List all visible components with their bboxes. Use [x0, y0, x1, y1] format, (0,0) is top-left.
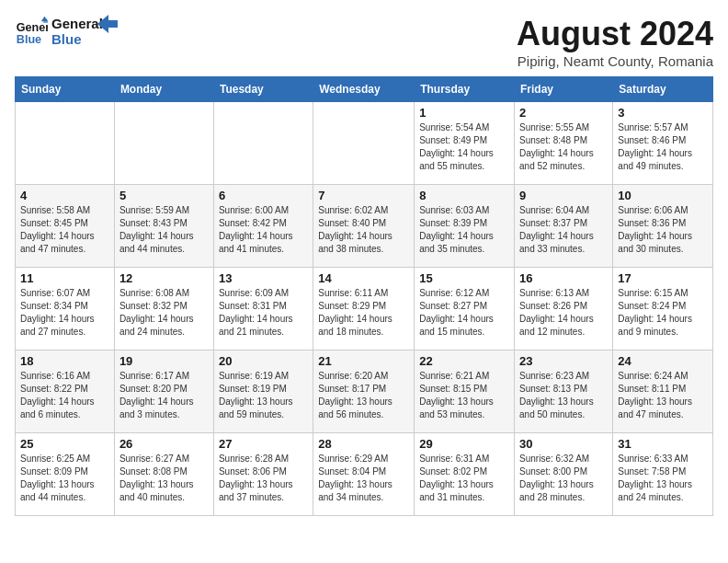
logo: General Blue General Blue — [15, 15, 118, 48]
day-number: 7 — [318, 189, 409, 202]
day-cell: 14Sunrise: 6:11 AM Sunset: 8:29 PM Dayli… — [313, 268, 415, 350]
day-header-monday: Monday — [114, 77, 213, 102]
day-detail: Sunrise: 6:33 AM Sunset: 7:58 PM Dayligh… — [618, 453, 708, 504]
svg-marker-4 — [97, 15, 118, 33]
day-number: 2 — [519, 106, 608, 120]
day-cell: 16Sunrise: 6:13 AM Sunset: 8:26 PM Dayli… — [515, 268, 613, 350]
day-number: 8 — [419, 189, 509, 202]
day-detail: Sunrise: 6:00 AM Sunset: 8:42 PM Dayligh… — [219, 204, 308, 256]
day-detail: Sunrise: 6:12 AM Sunset: 8:27 PM Dayligh… — [419, 287, 509, 339]
day-detail: Sunrise: 6:23 AM Sunset: 8:13 PM Dayligh… — [519, 370, 608, 421]
day-cell: 26Sunrise: 6:27 AM Sunset: 8:08 PM Dayli… — [114, 433, 213, 516]
day-number: 11 — [20, 271, 109, 285]
day-number: 9 — [519, 189, 608, 202]
day-detail: Sunrise: 6:19 AM Sunset: 8:19 PM Dayligh… — [219, 370, 308, 421]
day-number: 19 — [119, 354, 209, 368]
day-detail: Sunrise: 6:03 AM Sunset: 8:39 PM Dayligh… — [419, 204, 509, 256]
day-header-sunday: Sunday — [16, 77, 115, 102]
day-number: 29 — [419, 437, 509, 451]
month-title: August 2024 — [517, 15, 713, 53]
day-cell — [114, 102, 213, 185]
day-detail: Sunrise: 6:17 AM Sunset: 8:20 PM Dayligh… — [119, 370, 209, 421]
day-number: 12 — [119, 271, 209, 285]
day-detail: Sunrise: 6:32 AM Sunset: 8:00 PM Dayligh… — [519, 453, 608, 504]
day-cell: 6Sunrise: 6:00 AM Sunset: 8:42 PM Daylig… — [213, 185, 313, 268]
day-number: 24 — [618, 354, 708, 368]
day-number: 6 — [219, 189, 308, 202]
day-number: 26 — [119, 437, 209, 451]
day-number: 31 — [618, 437, 708, 451]
title-block: August 2024 Pipirig, Neamt County, Roman… — [517, 15, 713, 69]
day-number: 28 — [318, 437, 409, 451]
day-cell — [213, 102, 313, 185]
week-row-3: 11Sunrise: 6:07 AM Sunset: 8:34 PM Dayli… — [16, 268, 713, 350]
day-cell: 15Sunrise: 6:12 AM Sunset: 8:27 PM Dayli… — [415, 268, 515, 350]
day-number: 13 — [219, 271, 308, 285]
day-detail: Sunrise: 6:16 AM Sunset: 8:22 PM Dayligh… — [20, 370, 109, 421]
day-cell: 8Sunrise: 6:03 AM Sunset: 8:39 PM Daylig… — [415, 185, 515, 268]
day-number: 27 — [219, 437, 308, 451]
day-number: 22 — [419, 354, 509, 368]
day-cell: 19Sunrise: 6:17 AM Sunset: 8:20 PM Dayli… — [114, 350, 213, 433]
day-cell: 17Sunrise: 6:15 AM Sunset: 8:24 PM Dayli… — [613, 268, 713, 350]
day-detail: Sunrise: 6:21 AM Sunset: 8:15 PM Dayligh… — [419, 370, 509, 421]
day-cell: 9Sunrise: 6:04 AM Sunset: 8:37 PM Daylig… — [515, 185, 613, 268]
svg-text:Blue: Blue — [17, 33, 41, 46]
day-cell: 23Sunrise: 6:23 AM Sunset: 8:13 PM Dayli… — [515, 350, 613, 433]
location-subtitle: Pipirig, Neamt County, Romania — [517, 53, 713, 69]
logo-general: General — [51, 16, 103, 31]
day-cell: 12Sunrise: 6:08 AM Sunset: 8:32 PM Dayli… — [114, 268, 213, 350]
day-detail: Sunrise: 6:07 AM Sunset: 8:34 PM Dayligh… — [20, 287, 109, 339]
day-detail: Sunrise: 6:11 AM Sunset: 8:29 PM Dayligh… — [318, 287, 409, 339]
day-header-wednesday: Wednesday — [313, 77, 415, 102]
calendar-table: SundayMondayTuesdayWednesdayThursdayFrid… — [15, 76, 713, 516]
day-cell: 25Sunrise: 6:25 AM Sunset: 8:09 PM Dayli… — [16, 433, 115, 516]
day-number: 4 — [20, 189, 109, 202]
day-number: 21 — [318, 354, 409, 368]
day-cell: 13Sunrise: 6:09 AM Sunset: 8:31 PM Dayli… — [213, 268, 313, 350]
week-row-2: 4Sunrise: 5:58 AM Sunset: 8:45 PM Daylig… — [16, 185, 713, 268]
day-cell: 24Sunrise: 6:24 AM Sunset: 8:11 PM Dayli… — [613, 350, 713, 433]
day-number: 16 — [519, 271, 608, 285]
logo-blue: Blue — [51, 31, 103, 47]
day-detail: Sunrise: 6:02 AM Sunset: 8:40 PM Dayligh… — [318, 204, 409, 256]
day-cell: 4Sunrise: 5:58 AM Sunset: 8:45 PM Daylig… — [16, 185, 115, 268]
day-detail: Sunrise: 6:08 AM Sunset: 8:32 PM Dayligh… — [119, 287, 209, 339]
day-detail: Sunrise: 5:55 AM Sunset: 8:48 PM Dayligh… — [519, 121, 608, 173]
day-number: 30 — [519, 437, 608, 451]
day-cell: 22Sunrise: 6:21 AM Sunset: 8:15 PM Dayli… — [415, 350, 515, 433]
day-detail: Sunrise: 6:13 AM Sunset: 8:26 PM Dayligh… — [519, 287, 608, 339]
day-cell: 1Sunrise: 5:54 AM Sunset: 8:49 PM Daylig… — [415, 102, 515, 185]
day-detail: Sunrise: 6:25 AM Sunset: 8:09 PM Dayligh… — [20, 453, 109, 504]
day-cell: 20Sunrise: 6:19 AM Sunset: 8:19 PM Dayli… — [213, 350, 313, 433]
day-number: 15 — [419, 271, 509, 285]
week-row-4: 18Sunrise: 6:16 AM Sunset: 8:22 PM Dayli… — [16, 350, 713, 433]
week-row-1: 1Sunrise: 5:54 AM Sunset: 8:49 PM Daylig… — [16, 102, 713, 185]
day-header-friday: Friday — [515, 77, 613, 102]
day-detail: Sunrise: 6:29 AM Sunset: 8:04 PM Dayligh… — [318, 453, 409, 504]
day-cell: 28Sunrise: 6:29 AM Sunset: 8:04 PM Dayli… — [313, 433, 415, 516]
logo-arrow-icon — [97, 15, 118, 35]
day-header-saturday: Saturday — [613, 77, 713, 102]
day-number: 10 — [618, 189, 708, 202]
day-cell — [16, 102, 115, 185]
days-header-row: SundayMondayTuesdayWednesdayThursdayFrid… — [16, 77, 713, 102]
day-header-tuesday: Tuesday — [213, 77, 313, 102]
day-number: 20 — [219, 354, 308, 368]
day-cell: 29Sunrise: 6:31 AM Sunset: 8:02 PM Dayli… — [415, 433, 515, 516]
day-number: 5 — [119, 189, 209, 202]
week-row-5: 25Sunrise: 6:25 AM Sunset: 8:09 PM Dayli… — [16, 433, 713, 516]
day-number: 1 — [419, 106, 509, 120]
day-detail: Sunrise: 5:59 AM Sunset: 8:43 PM Dayligh… — [119, 204, 209, 256]
day-cell: 11Sunrise: 6:07 AM Sunset: 8:34 PM Dayli… — [16, 268, 115, 350]
day-detail: Sunrise: 6:20 AM Sunset: 8:17 PM Dayligh… — [318, 370, 409, 421]
page-header: General Blue General Blue August 2024 Pi… — [15, 15, 713, 69]
day-number: 23 — [519, 354, 608, 368]
day-cell — [313, 102, 415, 185]
day-detail: Sunrise: 6:06 AM Sunset: 8:36 PM Dayligh… — [618, 204, 708, 256]
day-detail: Sunrise: 6:09 AM Sunset: 8:31 PM Dayligh… — [219, 287, 308, 339]
day-detail: Sunrise: 6:04 AM Sunset: 8:37 PM Dayligh… — [519, 204, 608, 256]
day-detail: Sunrise: 6:31 AM Sunset: 8:02 PM Dayligh… — [419, 453, 509, 504]
day-header-thursday: Thursday — [415, 77, 515, 102]
day-cell: 2Sunrise: 5:55 AM Sunset: 8:48 PM Daylig… — [515, 102, 613, 185]
